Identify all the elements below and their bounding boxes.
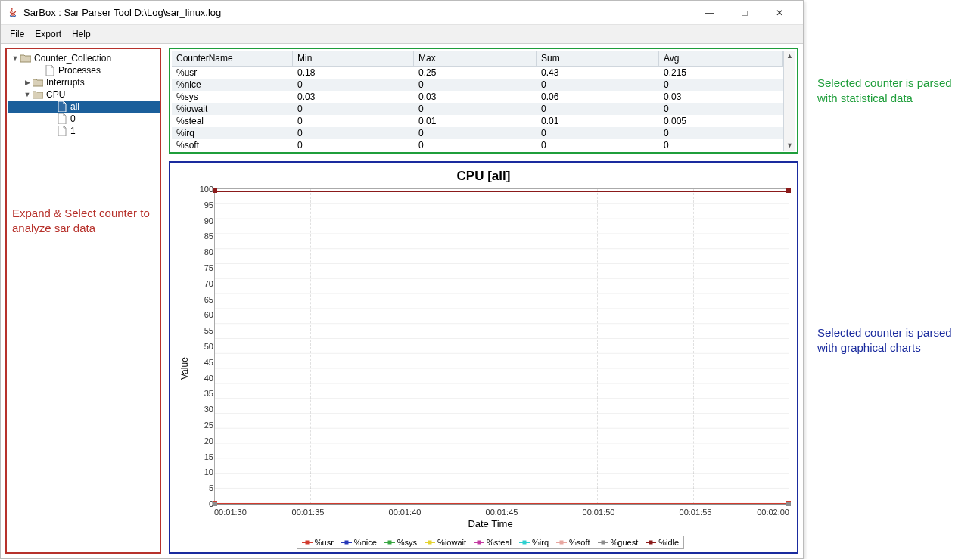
cell-min: 0 (293, 115, 414, 127)
legend-label: %usr (315, 538, 334, 547)
tree-label: 1 (70, 126, 76, 136)
close-button[interactable]: ✕ (762, 1, 797, 25)
table-row[interactable]: %iowait0000 (172, 103, 783, 115)
scroll-down-icon[interactable]: ▼ (786, 141, 793, 149)
file-icon (57, 126, 67, 136)
tree-label: Counter_Collection (34, 53, 111, 64)
y-tick: 90 (191, 216, 213, 225)
counter-tree[interactable]: ▼ Counter_Collection Processes▶Interrupt… (8, 52, 160, 137)
cell-max: 0.03 (414, 91, 537, 103)
stats-scrollbar[interactable]: ▲ ▼ (783, 51, 795, 151)
tree-item[interactable]: 0 (8, 113, 160, 125)
file-icon (45, 65, 55, 76)
tree-item[interactable]: all (8, 101, 160, 113)
x-tick: 00:01:50 (550, 508, 647, 517)
tree-label: CPU (46, 89, 65, 100)
legend-item[interactable]: %irq (519, 538, 549, 547)
annotation-stats: Selected counter is parsed with statisti… (817, 76, 969, 105)
y-tick: 25 (191, 421, 213, 430)
legend-item[interactable]: %usr (302, 538, 334, 547)
cell-avg: 0 (659, 139, 783, 151)
y-tick: 10 (191, 467, 213, 477)
folder-icon (33, 77, 43, 88)
table-row[interactable]: %nice0000 (172, 79, 783, 91)
tree-folder[interactable]: ▼CPU (8, 89, 160, 101)
y-ticks: 1009590858075706560555045403530252015105… (191, 185, 213, 508)
cell-max: 0 (414, 139, 537, 151)
cell-min: 0.03 (293, 91, 414, 103)
table-row[interactable]: %soft0000 (172, 139, 783, 151)
col-max[interactable]: Max (414, 51, 537, 66)
series-line (215, 191, 789, 192)
x-tick: 00:01:35 (260, 508, 356, 517)
series-marker (786, 188, 791, 193)
menu-help[interactable]: Help (67, 27, 95, 41)
series-line (215, 504, 789, 505)
chevron-right-icon[interactable]: ▶ (23, 79, 31, 86)
series-marker (213, 188, 217, 193)
legend-label: %sys (397, 538, 417, 547)
chevron-down-icon[interactable]: ▼ (11, 54, 19, 62)
app-window: SarBox : Sar Parser Tool D:\Log\sar_linu… (0, 0, 804, 559)
tree-item[interactable]: 1 (8, 125, 160, 137)
folder-icon (20, 53, 31, 64)
y-axis-label: Value (178, 188, 191, 549)
minimize-button[interactable]: — (692, 1, 727, 25)
chart-title: CPU [all] (178, 169, 789, 184)
legend-swatch-icon (384, 542, 395, 543)
legend-item[interactable]: %soft (556, 538, 590, 547)
cell-name: %usr (172, 67, 293, 79)
legend-item[interactable]: %idle (646, 538, 679, 547)
table-row[interactable]: %irq0000 (172, 127, 783, 139)
cell-max: 0 (414, 79, 537, 91)
legend-item[interactable]: %iowait (425, 538, 466, 547)
cell-avg: 0 (659, 127, 783, 139)
tree-folder[interactable]: ▶Interrupts (8, 76, 160, 89)
y-tick: 5 (191, 483, 213, 492)
table-row[interactable]: %usr0.180.250.430.215 (172, 67, 783, 79)
table-row[interactable]: %steal00.010.010.005 (172, 115, 783, 127)
legend-swatch-icon (425, 542, 435, 543)
chevron-down-icon[interactable]: ▼ (23, 91, 31, 98)
legend-item[interactable]: %sys (384, 538, 417, 547)
series-marker (213, 502, 217, 506)
y-tick: 65 (191, 295, 213, 304)
cell-name: %sys (172, 91, 293, 103)
cell-name: %irq (172, 127, 293, 139)
y-tick: 95 (191, 200, 213, 210)
legend-label: %nice (354, 538, 377, 547)
cell-name: %soft (172, 139, 293, 151)
cell-avg: 0 (659, 103, 783, 115)
cell-min: 0 (293, 127, 414, 139)
scroll-up-icon[interactable]: ▲ (786, 52, 793, 60)
cell-min: 0 (293, 103, 414, 115)
window-title: SarBox : Sar Parser Tool D:\Log\sar_linu… (23, 7, 221, 18)
menu-file[interactable]: File (5, 27, 29, 41)
legend-label: %guest (611, 538, 639, 547)
counter-tree-pane: ▼ Counter_Collection Processes▶Interrupt… (5, 48, 161, 554)
cell-avg: 0.03 (659, 91, 783, 103)
plot-area[interactable]: 1009590858075706560555045403530252015105… (214, 188, 789, 505)
tree-item[interactable]: Processes (8, 64, 160, 76)
tree-root[interactable]: ▼ Counter_Collection (8, 52, 160, 64)
maximize-button[interactable]: □ (727, 1, 762, 25)
legend-label: %steal (487, 538, 512, 547)
legend-item[interactable]: %steal (474, 538, 512, 547)
cell-avg: 0 (659, 79, 783, 91)
stats-table: CounterName Min Max Sum Avg %usr0.180.25… (172, 51, 783, 151)
legend-item[interactable]: %guest (598, 538, 639, 547)
legend-label: %iowait (437, 538, 466, 547)
tree-label: 0 (70, 113, 76, 124)
col-counter-name[interactable]: CounterName (172, 51, 293, 66)
col-min[interactable]: Min (293, 51, 414, 66)
legend-swatch-icon (302, 542, 313, 543)
menu-bar: File Export Help (1, 25, 803, 44)
legend-item[interactable]: %nice (341, 538, 377, 547)
table-row[interactable]: %sys0.030.030.060.03 (172, 91, 783, 103)
menu-export[interactable]: Export (30, 27, 66, 41)
col-avg[interactable]: Avg (659, 51, 783, 66)
y-tick: 80 (191, 247, 213, 256)
col-sum[interactable]: Sum (537, 51, 659, 66)
x-tick: 00:02:00 (744, 508, 789, 517)
cell-avg: 0.215 (659, 67, 783, 79)
